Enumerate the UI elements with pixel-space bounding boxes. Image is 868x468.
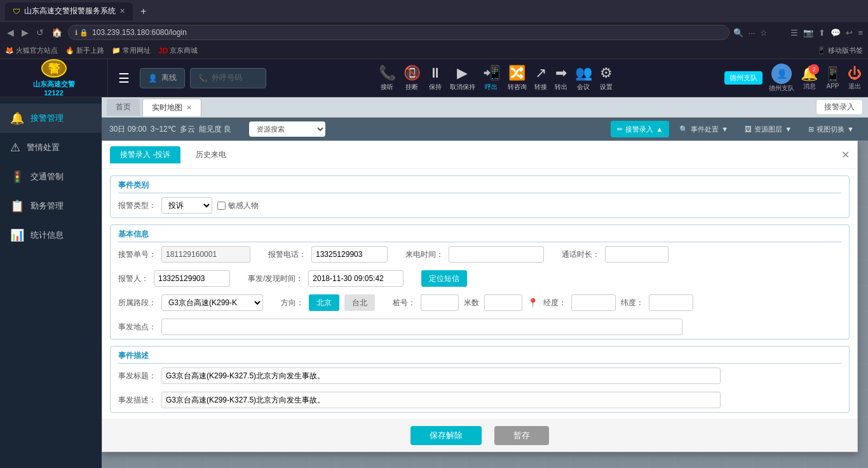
weather-info: 30日 09:00 3~12℃ 多云 能见度 良 <box>109 124 231 135</box>
action-settings[interactable]: ⚙ 设置 <box>600 65 613 92</box>
chevron-up-icon: ▲ <box>656 125 663 133</box>
sidebar-item-duty[interactable]: 📋 勤务管理 <box>0 191 102 221</box>
bookmark-jd[interactable]: JD京东商城 <box>158 46 198 55</box>
action-unhold[interactable]: ▶ 取消保持 <box>450 65 475 92</box>
new-tab-btn[interactable]: + <box>137 6 150 17</box>
resource-select[interactable]: 资源搜索 <box>249 121 325 137</box>
event-desc-title: 事件描述 <box>111 347 849 364</box>
address-bar[interactable]: ℹ 🔒 103.239.153.180:6080/login <box>68 25 729 40</box>
longitude-input[interactable] <box>571 294 616 311</box>
view-switch-btn[interactable]: ⊞ 视图切换 ▼ <box>802 121 860 137</box>
latitude-input[interactable] <box>649 294 693 311</box>
more-btn[interactable]: ··· <box>749 28 756 38</box>
resource-layer-btn[interactable]: 🖼 资源图层 ▼ <box>738 121 798 137</box>
upload-btn[interactable]: ⬆ <box>818 28 825 38</box>
meter-input[interactable] <box>484 294 522 311</box>
action-hangup[interactable]: 📵 挂断 <box>403 65 421 92</box>
modal-tab-history[interactable]: 历史来电 <box>186 146 236 163</box>
map-tab-close[interactable]: ✕ <box>186 104 192 112</box>
event-title-input[interactable] <box>161 368 721 384</box>
settings-btn[interactable]: ≡ <box>858 28 863 38</box>
report-type-select[interactable]: 投诉 <box>161 197 212 214</box>
road-section-select[interactable]: G3京台高速(K299-K <box>161 294 263 311</box>
sidebar-traffic-label: 交通管制 <box>31 171 64 182</box>
dir-taipei-btn[interactable]: 台北 <box>344 294 375 311</box>
sidebar-item-traffic[interactable]: 🚦 交通管制 <box>0 162 102 191</box>
action-out[interactable]: ➡ 转出 <box>555 65 567 92</box>
dir-beijing-btn[interactable]: 北京 <box>309 294 339 311</box>
tab-realtime-map[interactable]: 实时地图 ✕ <box>142 99 201 116</box>
sidebar-item-stats[interactable]: 📊 统计信息 <box>0 221 102 250</box>
modal-tab-entry[interactable]: 接警录入 -投诉 <box>110 146 180 163</box>
event-desc-row: 事发描述： <box>111 388 849 412</box>
basic-info-row2: 报警人： 事发/发现时间： 定位短信 <box>111 266 849 291</box>
bookmark-newuser[interactable]: 🔥新手上路 <box>65 46 104 55</box>
action-listen[interactable]: 📞 接听 <box>379 65 396 92</box>
status-btn[interactable]: 👤 离线 <box>140 68 185 88</box>
exit-btn[interactable]: ⏻ 退出 <box>848 65 862 91</box>
exit-icon: ⏻ <box>848 65 862 82</box>
screenshot-btn[interactable]: 📷 <box>803 28 813 38</box>
action-hold[interactable]: ⏸ 保持 <box>428 65 442 92</box>
unhold-icon: ▶ <box>457 65 468 81</box>
temp-save-btn[interactable]: 暂存 <box>494 426 549 445</box>
call-phone-input[interactable] <box>311 246 388 263</box>
event-time-label: 事发/发现时间： <box>248 273 303 284</box>
hangup-icon: 📵 <box>403 65 421 81</box>
action-consult[interactable]: 🔀 转咨询 <box>508 65 527 92</box>
stats-icon: 📊 <box>10 228 24 242</box>
sidebar-btn[interactable]: ☰ <box>790 28 798 38</box>
mobile-bookmark[interactable]: 📱移动版书签 <box>817 46 863 55</box>
case-number-input[interactable] <box>161 246 250 263</box>
bookmark-common[interactable]: 📁常用网址 <box>112 46 151 55</box>
save-release-btn[interactable]: 保存解除 <box>410 426 482 445</box>
back-btn[interactable]: ◀ <box>5 27 16 38</box>
event-time-input[interactable] <box>308 270 403 287</box>
refresh-btn[interactable]: ↺ <box>34 27 46 38</box>
bookmark-icon[interactable]: ☆ <box>760 28 768 38</box>
url-text: 103.239.153.180:6080/login <box>92 28 187 37</box>
bookmark-firefox[interactable]: 🦊火狐官方站点 <box>5 46 58 55</box>
sensitive-checkbox-label[interactable]: 敏感人物 <box>217 200 259 211</box>
out-icon: ➡ <box>555 65 567 81</box>
action-meeting[interactable]: 👥 会议 <box>575 65 592 92</box>
sidebar-item-alert[interactable]: ⚠ 警情处置 <box>0 133 102 162</box>
listen-label: 接听 <box>381 83 393 92</box>
sensitive-checkbox[interactable] <box>217 202 226 210</box>
grid-icon: ⊞ <box>808 125 814 134</box>
reporter-input[interactable] <box>154 270 230 287</box>
modal-close-btn[interactable]: ✕ <box>841 149 850 161</box>
event-title-label: 事发标题： <box>118 371 156 382</box>
tab-home[interactable]: 首页 <box>107 99 140 116</box>
action-call[interactable]: 📲 呼出 <box>483 65 500 92</box>
nav-back-icon[interactable]: ↩ <box>846 28 853 38</box>
notification-area[interactable]: 🔔 2 消息 <box>801 65 818 91</box>
event-location-input[interactable] <box>161 319 682 335</box>
sidebar-item-dispatch[interactable]: 🔔 接警管理 <box>0 104 102 133</box>
chat-btn[interactable]: 💬 <box>831 28 841 38</box>
incident-entry-btn[interactable]: ✏ 接警录入 ▲ <box>611 121 669 137</box>
call-duration-input[interactable] <box>605 246 668 263</box>
phone-input-area[interactable]: 📞 外呼号码 <box>190 68 266 88</box>
locate-sms-btn[interactable]: 定位短信 <box>421 270 467 287</box>
user-area[interactable]: 👤 德州支队 <box>769 64 794 93</box>
app-label: APP <box>826 83 839 90</box>
dept-badge[interactable]: 德州支队 <box>724 71 763 85</box>
event-desc-input[interactable] <box>161 392 721 408</box>
tab-close-btn[interactable]: ✕ <box>119 7 125 15</box>
pile-num-input[interactable] <box>421 294 459 311</box>
sidebar-alert-label: 警情处置 <box>27 142 60 153</box>
event-handle-btn[interactable]: 🔍 事件处置 ▼ <box>673 121 735 137</box>
resource-layer-label: 资源图层 <box>754 125 782 134</box>
forward-btn[interactable]: ▶ <box>20 27 31 38</box>
home-btn[interactable]: 🏠 <box>50 27 64 38</box>
call-time-input[interactable] <box>449 246 544 263</box>
phone-app-icon: 📱 <box>824 66 841 83</box>
active-tab[interactable]: 🛡 山东高速交警报警服务系统 ✕ <box>5 3 133 20</box>
search-icon[interactable]: 🔍 <box>733 28 743 38</box>
top-login-btn[interactable]: 接警录入 <box>816 99 863 115</box>
modal-header: 接警录入 -投诉 历史来电 ✕ <box>102 141 857 169</box>
app-area[interactable]: 📱 APP <box>824 66 841 90</box>
menu-icon[interactable]: ☰ <box>113 71 135 86</box>
action-transfer[interactable]: ↗ 转接 <box>534 65 547 92</box>
